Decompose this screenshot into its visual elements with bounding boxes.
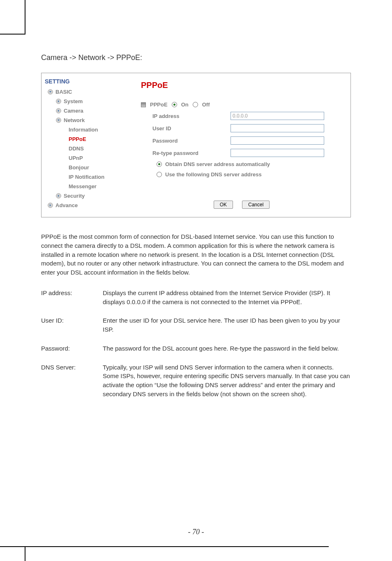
main-panel: PPPoE PPPoE On Off IP address User ID Pa… bbox=[136, 73, 350, 217]
on-label: On bbox=[181, 102, 189, 108]
panel-title: PPPoE bbox=[141, 81, 342, 90]
dns-manual-row[interactable]: Use the following DNS server address bbox=[141, 171, 342, 178]
sidebar-item-advance[interactable]: Advance bbox=[45, 201, 133, 210]
chevron-right-icon bbox=[55, 99, 61, 104]
settings-panel: SETTING BASIC System Camera bbox=[41, 73, 351, 217]
sidebar-item-bonjour[interactable]: Bonjour bbox=[45, 163, 133, 172]
sidebar-ddns-label: DDNS bbox=[69, 145, 84, 152]
radio-off[interactable] bbox=[193, 102, 198, 107]
sidebar-messenger-label: Messenger bbox=[69, 183, 97, 189]
password-label: Password bbox=[152, 138, 231, 144]
page-number: - 70 - bbox=[0, 528, 392, 536]
sidebar-camera-label: Camera bbox=[64, 108, 83, 114]
breadcrumb-heading: Camera -> Network -> PPPoE: bbox=[41, 53, 351, 62]
chevron-down-icon bbox=[55, 118, 61, 123]
retype-label: Re-type password bbox=[152, 150, 231, 156]
sidebar-bonjour-label: Bonjour bbox=[69, 164, 89, 171]
def-dns-label: DNS Server: bbox=[41, 363, 103, 399]
sidebar-pppoe-label: PPPoE bbox=[69, 136, 86, 142]
sidebar-upnp-label: UPnP bbox=[69, 155, 83, 161]
chevron-down-icon bbox=[47, 89, 53, 95]
chevron-right-icon bbox=[47, 203, 53, 208]
sidebar-advance-label: Advance bbox=[55, 202, 78, 208]
pppoe-toggle-row: PPPoE On Off bbox=[141, 102, 342, 108]
def-userid-label: User ID: bbox=[41, 316, 103, 334]
sidebar-network-label: Network bbox=[64, 117, 85, 123]
def-password-label: Password: bbox=[41, 344, 103, 353]
radio-dns-manual[interactable] bbox=[157, 172, 162, 177]
sidebar-system-label: System bbox=[64, 98, 83, 104]
retype-password-input[interactable] bbox=[231, 149, 324, 157]
chevron-right-icon bbox=[55, 193, 61, 199]
sidebar-item-ddns[interactable]: DDNS bbox=[45, 144, 133, 153]
def-dns-text: Typically, your ISP will send DNS Server… bbox=[103, 363, 351, 399]
off-label: Off bbox=[202, 102, 210, 108]
sidebar-item-information[interactable]: Information bbox=[45, 125, 133, 134]
userid-label: User ID bbox=[152, 125, 231, 132]
sidebar-item-ipnotification[interactable]: IP Notification bbox=[45, 172, 133, 182]
description-paragraph: PPPoE is the most common form of connect… bbox=[41, 232, 351, 277]
sidebar-item-upnp[interactable]: UPnP bbox=[45, 153, 133, 163]
radio-on[interactable] bbox=[172, 102, 177, 107]
sidebar-ipnotification-label: IP Notification bbox=[69, 174, 104, 180]
def-password-text: The password for the DSL account goes he… bbox=[103, 344, 351, 353]
radio-dns-auto[interactable] bbox=[157, 162, 162, 167]
ip-address-input[interactable] bbox=[231, 112, 324, 120]
dns-manual-label: Use the following DNS server address bbox=[165, 171, 262, 178]
cancel-button[interactable]: Cancel bbox=[242, 201, 270, 209]
def-ip-text: Displays the current IP address obtained… bbox=[103, 289, 351, 307]
pppoe-label: PPPoE bbox=[150, 102, 168, 108]
sidebar-item-camera[interactable]: Camera bbox=[45, 106, 133, 115]
section-icon bbox=[141, 102, 146, 107]
sidebar-item-security[interactable]: Security bbox=[45, 191, 133, 201]
userid-input[interactable] bbox=[231, 124, 324, 132]
sidebar: SETTING BASIC System Camera bbox=[42, 73, 136, 217]
sidebar-item-messenger[interactable]: Messenger bbox=[45, 182, 133, 191]
sidebar-basic-label: BASIC bbox=[55, 89, 72, 95]
def-userid-text: Enter the user ID for your DSL service h… bbox=[103, 316, 351, 334]
sidebar-information-label: Information bbox=[69, 127, 98, 133]
sidebar-item-basic[interactable]: BASIC bbox=[45, 87, 133, 97]
sidebar-item-pppoe[interactable]: PPPoE bbox=[45, 134, 133, 144]
sidebar-item-network[interactable]: Network bbox=[45, 115, 133, 125]
ok-button[interactable]: OK bbox=[214, 201, 233, 209]
dns-auto-row[interactable]: Obtain DNS server address automatically bbox=[141, 161, 342, 167]
dns-auto-label: Obtain DNS server address automatically bbox=[165, 161, 270, 167]
ip-address-label: IP address bbox=[152, 113, 231, 119]
password-input[interactable] bbox=[231, 136, 324, 145]
sidebar-security-label: Security bbox=[64, 193, 85, 199]
def-ip-label: IP address: bbox=[41, 289, 103, 307]
sidebar-item-system[interactable]: System bbox=[45, 97, 133, 106]
chevron-right-icon bbox=[55, 108, 61, 114]
sidebar-setting-header: SETTING bbox=[45, 78, 133, 85]
